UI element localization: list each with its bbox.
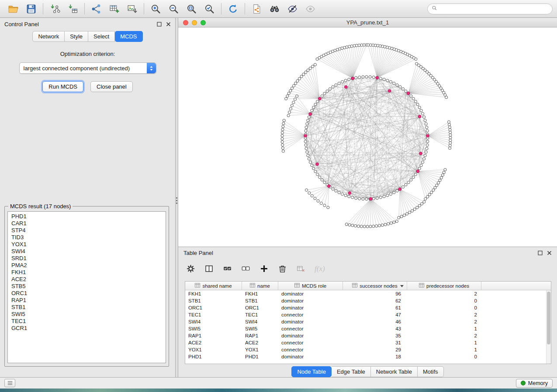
mcds-result-item[interactable]: PHD1 xyxy=(8,213,166,220)
new-table-button[interactable] xyxy=(105,2,123,16)
delete-table-button[interactable] xyxy=(296,264,305,273)
mcds-result-item[interactable]: SRD1 xyxy=(8,255,166,262)
mcds-result-item[interactable]: YOX1 xyxy=(8,241,166,248)
hide-selected-button[interactable] xyxy=(284,2,301,16)
mcds-result-item[interactable]: ACE2 xyxy=(8,276,166,283)
delete-column-button[interactable] xyxy=(278,264,287,273)
mcds-result-item[interactable]: TEC1 xyxy=(8,318,166,325)
import-network-button[interactable] xyxy=(46,2,64,16)
table-row[interactable]: STB1STB1dominator620 xyxy=(185,297,551,304)
cell-predecessor-nodes: 0 xyxy=(407,305,481,310)
table-scrollbar[interactable] xyxy=(546,290,551,364)
save-icon xyxy=(26,3,37,14)
column-header-MCDS-role[interactable]: MCDS role xyxy=(278,282,343,290)
run-mcds-button[interactable]: Run MCDS xyxy=(42,81,83,92)
sort-arrow-icon[interactable] xyxy=(400,285,404,287)
mcds-result-item[interactable]: ORC1 xyxy=(8,290,166,297)
mcds-result-item[interactable]: STB5 xyxy=(8,283,166,290)
tab-network-table[interactable]: Network Table xyxy=(371,366,418,377)
cell-predecessor-nodes: 2 xyxy=(407,333,481,338)
find-button[interactable] xyxy=(266,2,284,16)
mcds-result-item[interactable]: SWI5 xyxy=(8,311,166,318)
network-graph[interactable] xyxy=(178,28,557,247)
import-table-button[interactable] xyxy=(64,2,82,16)
mcds-result-title: MCDS result (17 nodes) xyxy=(8,203,73,210)
close-table-panel-button[interactable] xyxy=(547,251,552,256)
zoom-in-button[interactable] xyxy=(147,2,165,16)
table-panel-tabs: Node Table Edge Table Network Table Moti… xyxy=(178,366,557,377)
mcds-result-item[interactable]: SWI4 xyxy=(8,248,166,255)
cell-successor-nodes: 47 xyxy=(343,312,407,317)
mcds-result-item[interactable]: CAR1 xyxy=(8,220,166,227)
table-row[interactable]: FKH1FKH1dominator962 xyxy=(185,290,551,297)
mcds-result-list[interactable]: PHD1CAR1STP4TID3YOX1SWI4SRD1PMA2FKH1ACE2… xyxy=(7,211,166,363)
table-row[interactable]: ORC1ORC1dominator610 xyxy=(185,304,551,311)
create-column-button[interactable] xyxy=(259,264,269,273)
window-minimize-button[interactable] xyxy=(192,20,197,25)
tab-edge-table[interactable]: Edge Table xyxy=(332,366,371,377)
table-row[interactable]: PHD1PHD1dominator180 xyxy=(185,353,551,360)
tab-network[interactable]: Network xyxy=(32,31,65,42)
column-header-successor-nodes[interactable]: successor nodes xyxy=(343,282,407,290)
tab-node-table[interactable]: Node Table xyxy=(291,366,332,377)
mcds-result-item[interactable]: RAP1 xyxy=(8,297,166,304)
mcds-result-item[interactable]: PMA2 xyxy=(8,262,166,269)
cell-MCDS-role: connector xyxy=(278,340,343,345)
show-columns-button[interactable] xyxy=(204,264,214,273)
close-mcds-panel-button[interactable]: Close panel xyxy=(90,81,133,92)
tab-motifs[interactable]: Motifs xyxy=(418,366,444,377)
float-panel-button[interactable] xyxy=(156,21,162,27)
column-header-predecessor-nodes[interactable]: predecessor nodes xyxy=(407,282,481,290)
mcds-result-item[interactable]: TID3 xyxy=(8,234,166,241)
select-all-columns-button[interactable] xyxy=(223,264,232,273)
table-toolbar: f(x) xyxy=(178,259,557,279)
panel-menu-button[interactable] xyxy=(4,379,15,387)
apply-layout-button[interactable] xyxy=(224,2,242,16)
zoom-fit-button[interactable] xyxy=(183,2,201,16)
column-header-name[interactable]: name xyxy=(242,282,278,290)
float-table-panel-button[interactable] xyxy=(537,251,543,256)
zoom-in-icon xyxy=(150,3,161,14)
search-input[interactable] xyxy=(440,6,548,12)
window-zoom-button[interactable] xyxy=(201,20,206,25)
table-row[interactable]: SWI4SWI4dominator462 xyxy=(185,318,551,325)
table-row[interactable]: ACE2ACE2connector311 xyxy=(185,339,551,346)
new-network-icon xyxy=(91,3,102,14)
tab-select[interactable]: Select xyxy=(88,31,115,42)
open-file-button[interactable] xyxy=(4,2,22,16)
window-close-button[interactable] xyxy=(183,20,188,25)
table-row[interactable]: YOX1YOX1connector291 xyxy=(185,346,551,353)
criterion-dropdown[interactable]: largest connected component (undirected) xyxy=(19,62,156,74)
network-canvas[interactable] xyxy=(178,28,557,247)
search-field[interactable] xyxy=(427,3,553,14)
close-panel-button[interactable] xyxy=(166,21,171,27)
table-row[interactable]: TEC1TEC1connector472 xyxy=(185,311,551,318)
table-row[interactable]: RAP1RAP1dominator352 xyxy=(185,332,551,339)
mcds-result-item[interactable]: STP4 xyxy=(8,227,166,234)
function-builder-button[interactable]: f(x) xyxy=(315,265,325,273)
column-header-shared-name[interactable]: shared name xyxy=(185,282,242,290)
network-titlebar[interactable]: YPA_prune.txt_1 xyxy=(178,18,557,28)
panel-splitter[interactable] xyxy=(175,18,178,377)
splitter-grip[interactable] xyxy=(176,197,177,204)
mcds-result-item[interactable]: GCR1 xyxy=(8,325,166,332)
export-network-button[interactable] xyxy=(248,2,266,16)
scrollbar-thumb[interactable] xyxy=(547,292,550,344)
refresh-icon xyxy=(228,3,239,14)
export-image-button[interactable] xyxy=(123,2,141,16)
tab-style[interactable]: Style xyxy=(65,31,88,42)
zoom-selected-button[interactable] xyxy=(201,2,218,16)
new-network-button[interactable] xyxy=(87,2,105,16)
unselect-all-columns-button[interactable] xyxy=(241,264,250,273)
float-icon xyxy=(538,251,543,255)
show-all-button[interactable] xyxy=(301,2,319,16)
table-settings-button[interactable] xyxy=(186,264,195,273)
tab-mcds[interactable]: MCDS xyxy=(115,31,142,42)
mcds-result-item[interactable]: FKH1 xyxy=(8,269,166,276)
memory-button[interactable]: Memory xyxy=(516,379,553,388)
fx-icon: f(x) xyxy=(315,265,325,273)
mcds-result-item[interactable]: STB1 xyxy=(8,304,166,311)
save-session-button[interactable] xyxy=(22,2,40,16)
table-row[interactable]: SWI5SWI5connector431 xyxy=(185,325,551,332)
zoom-out-button[interactable] xyxy=(165,2,183,16)
